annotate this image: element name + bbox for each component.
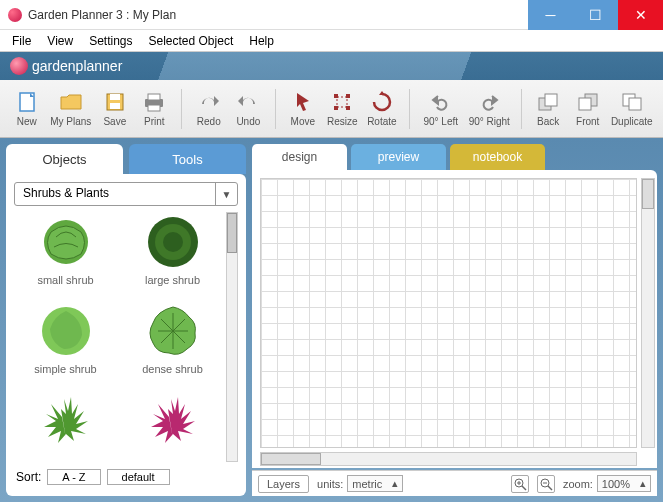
move-button[interactable]: Move (284, 84, 322, 134)
object-item[interactable] (121, 389, 224, 462)
chevron-up-icon: ▴ (640, 477, 646, 490)
svg-rect-3 (110, 103, 120, 109)
new-button[interactable]: New (8, 84, 46, 134)
rotate-right-icon (477, 90, 501, 114)
tab-design[interactable]: design (252, 144, 347, 170)
vertical-scrollbar[interactable] (641, 178, 655, 448)
rotate-left-button[interactable]: 90° Left (418, 84, 464, 134)
brand-icon (10, 57, 28, 75)
toolbar: New My Plans Save Print Redo Undo Move R… (0, 80, 663, 138)
maximize-button[interactable]: ☐ (573, 0, 618, 30)
rotate-left-icon (429, 90, 453, 114)
object-item[interactable] (14, 389, 117, 462)
svg-rect-13 (545, 94, 557, 106)
tab-preview[interactable]: preview (351, 144, 446, 170)
minimize-button[interactable]: ─ (528, 0, 573, 30)
object-grid: small shrub large shrub simple shrub den… (14, 212, 238, 462)
object-item[interactable]: large shrub (121, 212, 224, 297)
svg-rect-2 (110, 94, 120, 100)
folder-icon (59, 90, 83, 114)
sort-label: Sort: (16, 470, 41, 484)
object-item[interactable]: simple shrub (14, 301, 117, 386)
tab-notebook[interactable]: notebook (450, 144, 545, 170)
svg-rect-6 (148, 105, 160, 111)
print-icon (142, 90, 166, 114)
print-button[interactable]: Print (136, 84, 174, 134)
chevron-down-icon: ▼ (215, 183, 237, 205)
horizontal-scrollbar[interactable] (260, 452, 637, 466)
chevron-up-icon: ▴ (392, 477, 398, 490)
status-bar: Layers units: metric▴ zoom: 100%▴ (252, 470, 657, 496)
window-controls: ─ ☐ ✕ (528, 0, 663, 30)
resize-icon (330, 90, 354, 114)
large-shrub-icon (143, 212, 203, 272)
objects-scrollbar[interactable] (226, 212, 238, 462)
zoom-in-button[interactable] (511, 475, 529, 493)
dense-shrub-icon (143, 301, 203, 361)
menu-help[interactable]: Help (241, 32, 282, 50)
new-icon (15, 90, 39, 114)
magenta-shrub-icon (143, 389, 203, 449)
small-shrub-icon (36, 212, 96, 272)
menu-bar: File View Settings Selected Object Help (0, 30, 663, 52)
redo-button[interactable]: Redo (190, 84, 228, 134)
close-button[interactable]: ✕ (618, 0, 663, 30)
category-dropdown[interactable]: Shrubs & Plants ▼ (14, 182, 238, 206)
rotate-icon (370, 90, 394, 114)
move-icon (291, 90, 315, 114)
app-icon (8, 8, 22, 22)
my-plans-button[interactable]: My Plans (48, 84, 94, 134)
menu-settings[interactable]: Settings (81, 32, 140, 50)
units-dropdown[interactable]: metric▴ (347, 475, 403, 492)
bring-front-icon (576, 90, 600, 114)
brand-bar: gardenplanner (0, 52, 663, 80)
menu-selected-object[interactable]: Selected Object (141, 32, 242, 50)
menu-view[interactable]: View (39, 32, 81, 50)
canvas-grid (260, 178, 637, 448)
left-panel: Objects Tools Shrubs & Plants ▼ small sh… (6, 144, 246, 496)
window-title: Garden Planner 3 : My Plan (28, 8, 528, 22)
resize-button[interactable]: Resize (324, 84, 362, 134)
back-button[interactable]: Back (529, 84, 567, 134)
category-value: Shrubs & Plants (15, 183, 215, 205)
svg-rect-11 (337, 97, 347, 107)
save-icon (103, 90, 127, 114)
brand-text: gardenplanner (32, 58, 122, 74)
object-item[interactable]: dense shrub (121, 301, 224, 386)
rotate-right-button[interactable]: 90° Right (466, 84, 512, 134)
duplicate-button[interactable]: Duplicate (608, 84, 654, 134)
zoom-out-button[interactable] (537, 475, 555, 493)
sort-az-button[interactable]: A - Z (47, 469, 100, 485)
units-label: units: (317, 478, 343, 490)
workspace: Objects Tools Shrubs & Plants ▼ small sh… (0, 138, 663, 502)
svg-line-28 (548, 486, 552, 490)
tab-tools[interactable]: Tools (129, 144, 246, 174)
svg-rect-5 (148, 94, 160, 100)
zoom-label: zoom: (563, 478, 593, 490)
front-button[interactable]: Front (569, 84, 607, 134)
tab-objects[interactable]: Objects (6, 144, 123, 174)
zoom-dropdown[interactable]: 100%▴ (597, 475, 651, 492)
sort-default-button[interactable]: default (107, 469, 170, 485)
spiky-shrub-icon (36, 389, 96, 449)
svg-point-21 (163, 232, 183, 252)
canvas[interactable] (252, 170, 657, 468)
undo-button[interactable]: Undo (230, 84, 268, 134)
title-bar: Garden Planner 3 : My Plan ─ ☐ ✕ (0, 0, 663, 30)
send-back-icon (536, 90, 560, 114)
save-button[interactable]: Save (96, 84, 134, 134)
svg-line-24 (522, 486, 526, 490)
rotate-button[interactable]: Rotate (363, 84, 401, 134)
canvas-panel: design preview notebook Layers units: me… (252, 144, 657, 496)
simple-shrub-icon (36, 301, 96, 361)
sort-bar: Sort: A - Z default (14, 466, 238, 488)
duplicate-icon (620, 90, 644, 114)
svg-rect-15 (579, 98, 591, 110)
redo-icon (197, 90, 221, 114)
undo-icon (236, 90, 260, 114)
menu-file[interactable]: File (4, 32, 39, 50)
object-item[interactable]: small shrub (14, 212, 117, 297)
svg-rect-17 (629, 98, 641, 110)
layers-button[interactable]: Layers (258, 475, 309, 493)
